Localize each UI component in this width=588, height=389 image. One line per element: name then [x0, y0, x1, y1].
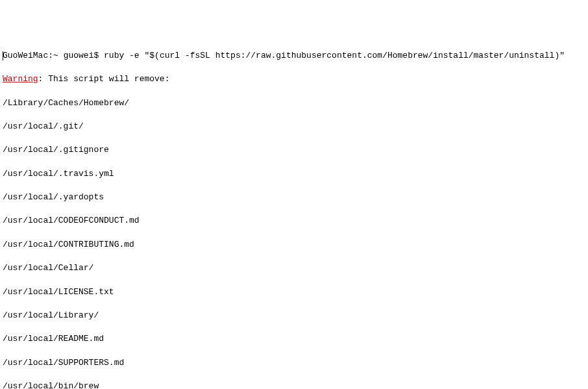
- path-line: /usr/local/bin/brew: [3, 381, 585, 389]
- command: ruby -e "$(curl -fsSL https://raw.github…: [104, 51, 565, 60]
- path-line: /usr/local/CONTRIBUTING.md: [3, 239, 585, 251]
- host: GuoWeiMac:~: [3, 51, 58, 60]
- path-line: /usr/local/.travis.yml: [3, 168, 585, 180]
- warning-text: : This script will remove:: [38, 74, 170, 84]
- path-line: /usr/local/SUPPORTERS.md: [3, 357, 585, 369]
- path-line: /usr/local/Library/: [3, 310, 585, 321]
- warning-label: Warning: [3, 74, 38, 84]
- path-line: /Library/Caches/Homebrew/: [3, 97, 585, 109]
- command-line-1: GuoWeiMac:~ guowei$ ruby -e "$(curl -fsS…: [3, 50, 585, 62]
- path-line: /usr/local/.git/: [3, 121, 585, 132]
- path-line: /usr/local/CODEOFCONDUCT.md: [3, 215, 585, 227]
- path-line: /usr/local/README.md: [3, 333, 585, 345]
- path-line: /usr/local/.yardopts: [3, 192, 585, 203]
- user: guowei$: [64, 51, 99, 60]
- path-line: /usr/local/Cellar/: [3, 262, 585, 274]
- path-line: /usr/local/LICENSE.txt: [3, 286, 585, 298]
- warning-line: Warning: This script will remove:: [3, 73, 585, 85]
- path-line: /usr/local/.gitignore: [3, 144, 585, 156]
